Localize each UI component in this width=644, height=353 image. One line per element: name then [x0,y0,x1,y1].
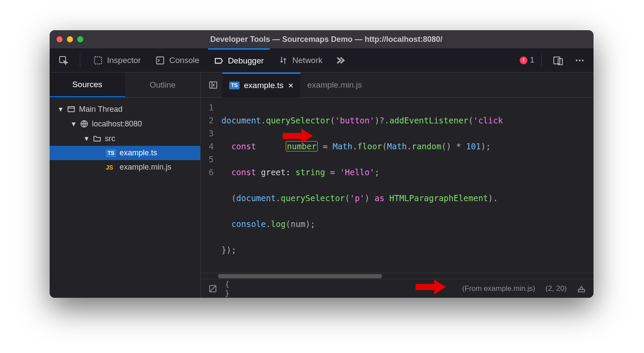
svg-rect-3 [554,57,560,64]
tab-console[interactable]: Console [149,48,205,72]
errors-badge[interactable]: ! 1 [520,56,534,65]
tab-debugger[interactable]: Debugger [208,48,270,72]
tree-file-example-ts[interactable]: TS example.ts [50,146,200,160]
ts-icon: TS [229,82,240,89]
blackbox-icon[interactable] [207,283,219,295]
tabs-overflow-icon[interactable] [331,51,350,70]
error-icon: ! [520,57,527,64]
file-tab-example-ts[interactable]: TS example.ts ✕ [222,72,300,98]
editor-statusbar: { } (From example.min.js) (2, 20) [201,279,593,298]
tree-folder-src[interactable]: ▾ src [50,131,200,146]
window-minimize-button[interactable] [67,36,73,42]
devtools-window: Developer Tools — Sourcemaps Demo — http… [50,30,593,298]
divider [80,54,80,67]
picker-icon[interactable] [54,51,73,70]
tree-main-thread-label: Main Thread [79,105,123,114]
sidebar-tab-outline[interactable]: Outline [125,72,201,97]
window-title: Developer Tools — Sourcemaps Demo — http… [92,35,561,44]
tree-file-ts-label: example.ts [120,148,157,158]
highlighted-token: number [286,141,318,151]
tree-file-example-min-js[interactable]: JS example.min.js [50,160,200,174]
tree-file-js-label: example.min.js [120,163,171,172]
chevron-down-icon: ▾ [83,134,89,143]
source-mapped-from: (From example.min.js) [462,284,535,293]
tab-console-label: Console [169,56,199,65]
svg-point-7 [582,60,584,61]
tab-network-label: Network [292,56,322,65]
meatball-menu-icon[interactable] [570,51,589,70]
sources-sidebar: Sources Outline ▾ Main Thread ▾ localhos… [50,72,201,298]
line-gutter: 1 2 3 4 5 6 [201,98,218,273]
folder-icon [93,134,101,143]
tree-folder-label: src [105,134,115,143]
window-close-button[interactable] [57,36,63,42]
sourcemap-icon[interactable] [575,283,587,295]
chevron-down-icon: ▾ [70,119,76,129]
file-tab-label: example.min.js [307,80,362,90]
traffic-lights [57,36,83,42]
window-maximize-button[interactable] [77,36,83,42]
js-icon: JS [106,164,116,171]
globe-icon [80,120,88,128]
responsive-mode-icon[interactable] [549,51,568,70]
code-content[interactable]: document.querySelector('button')?.addEve… [218,98,593,273]
scrollbar-thumb[interactable] [218,274,382,278]
titlebar: Developer Tools — Sourcemaps Demo — http… [50,30,593,48]
window-icon [67,105,76,113]
sidebar-tab-sources[interactable]: Sources [50,72,125,97]
tree-host-label: localhost:8080 [92,120,142,129]
code-editor[interactable]: 1 2 3 4 5 6 document.querySelector('butt… [201,98,593,273]
tree-host[interactable]: ▾ localhost:8080 [50,117,200,131]
tab-inspector-label: Inspector [107,56,141,65]
file-tab-example-min-js[interactable]: example.min.js [300,72,369,98]
file-tab-label: example.ts [244,81,284,90]
cursor-position: (2, 20) [546,284,567,293]
toggle-sidebar-icon[interactable] [204,76,222,94]
tab-inspector[interactable]: Inspector [87,48,147,72]
sources-tree: ▾ Main Thread ▾ localhost:8080 ▾ src TS [50,98,200,179]
editor-tabs: TS example.ts ✕ example.min.js [201,72,593,98]
svg-point-5 [576,60,578,61]
tab-network[interactable]: Network [272,48,328,72]
svg-rect-12 [578,289,585,292]
svg-rect-8 [68,107,75,112]
tree-main-thread[interactable]: ▾ Main Thread [50,102,200,117]
editor-pane: TS example.ts ✕ example.min.js 1 2 3 4 5… [201,72,593,298]
errors-count: 1 [530,56,534,65]
tab-debugger-label: Debugger [228,56,264,66]
svg-rect-2 [157,57,164,64]
svg-rect-1 [95,57,102,64]
svg-point-6 [579,60,581,61]
pretty-print-icon[interactable]: { } [225,283,237,295]
horizontal-scrollbar[interactable] [201,273,593,279]
close-tab-icon[interactable]: ✕ [288,82,294,90]
toolbar: Inspector Console Debugger Network ! 1 [50,48,593,72]
chevron-down-icon: ▾ [57,104,63,114]
divider [541,54,542,67]
ts-icon: TS [106,149,116,157]
